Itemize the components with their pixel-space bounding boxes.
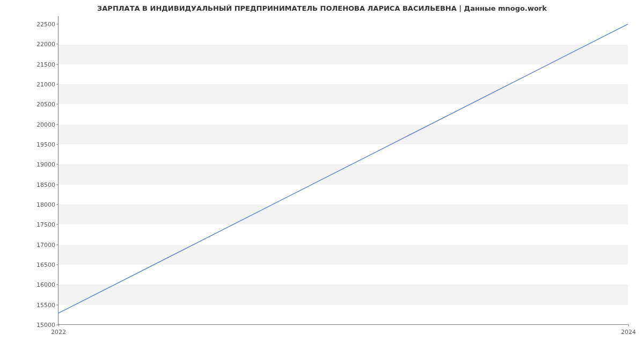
data-line [58,24,628,313]
y-tick-label: 15500 [36,301,55,308]
y-tick-label: 15000 [36,322,55,329]
y-tick-label: 20000 [36,121,55,128]
y-tick-label: 16000 [36,281,55,288]
y-tick-label: 22000 [36,41,55,48]
y-tick-label: 18000 [36,201,55,208]
y-tick-label: 18500 [36,181,55,188]
line-layer [58,16,628,324]
x-tick-label: 2024 [621,329,636,336]
x-tick-mark [628,324,629,326]
x-tick-mark [58,324,59,326]
chart-container: ЗАРПЛАТА В ИНДИВИДУАЛЬНЫЙ ПРЕДПРИНИМАТЕЛ… [0,0,644,349]
y-tick-label: 19500 [36,141,55,148]
y-tick-label: 17000 [36,241,55,248]
chart-title: ЗАРПЛАТА В ИНДИВИДУАЛЬНЫЙ ПРЕДПРИНИМАТЕЛ… [0,4,644,12]
y-tick-label: 17500 [36,221,55,228]
y-tick-label: 21000 [36,81,55,88]
y-tick-label: 20500 [36,101,55,108]
y-tick-label: 19000 [36,161,55,168]
y-gridline [58,325,628,325]
y-tick-label: 16500 [36,261,55,268]
plot-area: 1500015500160001650017000175001800018500… [58,16,628,325]
x-tick-label: 2022 [51,329,66,336]
y-tick-label: 21500 [36,61,55,68]
y-tick-label: 22500 [36,20,55,27]
